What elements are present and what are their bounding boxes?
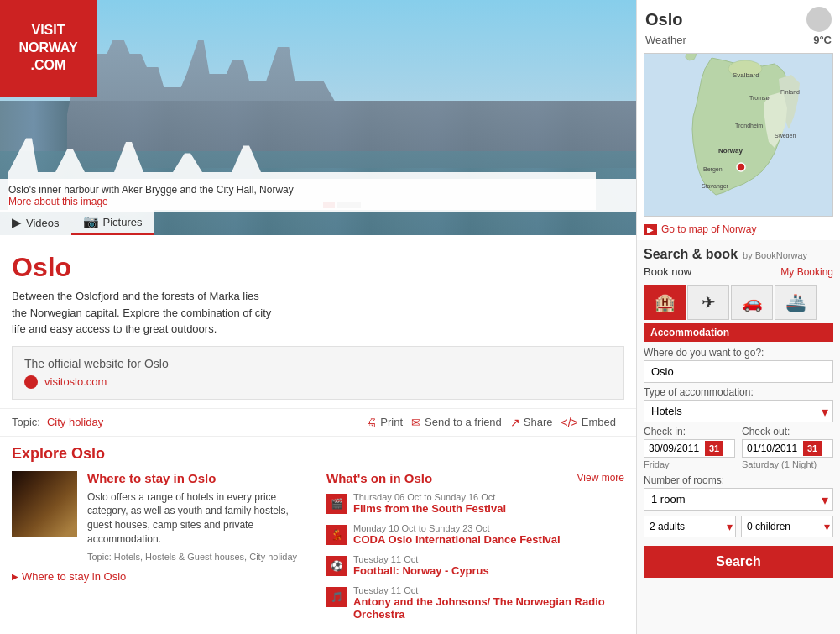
map-svg: Svalbard Tromsø Trondheim Norway Bergen … (644, 54, 833, 217)
share-btn[interactable]: ↗ Share (510, 416, 553, 429)
tab-pictures[interactable]: 📷 Pictures (71, 210, 154, 235)
svg-text:Svalbard: Svalbard (733, 71, 759, 79)
send-to-friend-btn[interactable]: ✉ Send to a friend (411, 416, 502, 429)
tab-flights[interactable]: ✈ (687, 285, 729, 320)
tab-car[interactable]: 🚗 (731, 285, 773, 320)
adults-children-row: 2 adults ▾ 0 children ▾ (644, 516, 833, 537)
tab-videos[interactable]: ▶ Videos (0, 210, 71, 235)
stay-thumbnail (12, 471, 77, 537)
actions-bar: Topic: City holiday 🖨 Print ✉ Send to a … (0, 408, 636, 437)
event-info-2: Monday 10 Oct to Sunday 23 Oct CODA Oslo… (353, 523, 624, 546)
whats-on-col: What's on in Oslo View more 🎬 Thursday 0… (326, 471, 624, 629)
page-header: Oslo Between the Oslofjord and the fores… (0, 240, 636, 346)
topic-city-holiday[interactable]: City holiday (47, 416, 103, 428)
where-to-stay-col: Where to stay in Oslo Oslo offers a rang… (12, 471, 310, 629)
stay-desc: Oslo offers a range of hotels in every p… (87, 490, 310, 547)
weather-icon (806, 7, 832, 32)
weather-label: Weather (645, 34, 686, 46)
event-info-3: Tuesday 11 Oct Football: Norway - Cyprus (353, 554, 624, 577)
explore-title: Explore Oslo (12, 445, 624, 463)
stay-info: Where to stay in Oslo Oslo offers a rang… (87, 471, 310, 562)
print-btn[interactable]: 🖨 Print (365, 416, 403, 429)
event-icon-4: 🎵 (326, 587, 347, 607)
checkin-col: Check in: 31 Friday (644, 426, 735, 469)
rooms-label: Number of rooms: (644, 474, 833, 486)
children-select[interactable]: 0 children (741, 516, 833, 537)
embed-label: Embed (582, 416, 616, 428)
tab-accommodation[interactable]: 🏨 (644, 285, 686, 320)
tab-pictures-label: Pictures (103, 216, 143, 228)
svg-text:Tromsø: Tromsø (749, 95, 770, 101)
svg-text:Norway: Norway (718, 147, 743, 155)
event-date-4: Tuesday 11 Oct (353, 585, 624, 595)
event-name-2[interactable]: CODA Oslo International Dance Festival (353, 533, 624, 546)
hero-image: VISIT NORWAY .COM Oslo's inner harbour w… (0, 0, 636, 235)
svg-text:Trondheim: Trondheim (735, 123, 763, 128)
rooms-select-wrap: 1 room ▾ (644, 488, 833, 511)
print-label: Print (380, 416, 403, 428)
video-icon: ▶ (12, 215, 22, 230)
type-select[interactable]: Hotels (644, 400, 833, 422)
print-icon: 🖨 (365, 416, 377, 429)
checkin-cal-btn[interactable]: 31 (705, 441, 723, 456)
checkout-input[interactable] (743, 440, 803, 457)
official-website-box: The official website for Oslo visitoslo.… (12, 346, 624, 400)
map-btn-arrow: ▶ (644, 224, 657, 235)
visit-norway-logo: VISIT NORWAY .COM (0, 0, 97, 97)
svg-point-2 (737, 163, 745, 171)
embed-btn[interactable]: </> Embed (561, 416, 616, 429)
send-label: Send to a friend (425, 416, 502, 428)
norway-map: Svalbard Tromsø Trondheim Norway Bergen … (644, 53, 833, 217)
event-item-4: 🎵 Tuesday 11 Oct Antony and the Johnsons… (326, 585, 624, 621)
checkin-input-wrap: 31 (644, 439, 735, 458)
stay-link-label: Where to stay in Oslo (22, 570, 126, 583)
book-now-label: Book now (644, 265, 691, 278)
search-btn[interactable]: Search (644, 546, 833, 578)
dates-row: Check in: 31 Friday Check out: 31 Saturd… (644, 426, 833, 469)
official-link[interactable]: visitoslo.com (24, 375, 612, 389)
official-url: visitoslo.com (44, 375, 107, 388)
checkin-input[interactable] (644, 440, 705, 457)
events-title-row: What's on in Oslo View more (326, 471, 624, 485)
event-name-3[interactable]: Football: Norway - Cyprus (353, 564, 624, 577)
checkout-cal-btn[interactable]: 31 (803, 441, 822, 456)
view-more-link[interactable]: View more (577, 472, 624, 484)
envelope-icon: ✉ (411, 416, 421, 429)
embed-icon: </> (561, 416, 578, 429)
hero-caption-text: Oslo's inner harbour with Aker Brygge an… (8, 184, 294, 196)
book-now-row: Book now My Booking (644, 265, 833, 278)
main-layout: Oslo Between the Oslofjord and the fores… (0, 240, 840, 634)
stay-link[interactable]: Where to stay in Oslo (12, 570, 310, 583)
stay-title: Where to stay in Oslo (87, 471, 310, 485)
where-input[interactable] (644, 360, 833, 383)
event-item-2: 💃 Monday 10 Oct to Sunday 23 Oct CODA Os… (326, 523, 624, 546)
oslo-header: Oslo Weather 9°C (637, 0, 840, 50)
official-title: The official website for Oslo (24, 357, 612, 370)
tab-boat[interactable]: 🚢 (775, 285, 817, 320)
share-icon: ↗ (510, 416, 520, 429)
svg-text:Bergen: Bergen (703, 166, 723, 173)
checkout-input-wrap: 31 (742, 439, 833, 458)
event-date-3: Tuesday 11 Oct (353, 554, 624, 564)
event-item-1: 🎬 Thursday 06 Oct to Sunday 16 Oct Films… (326, 492, 624, 515)
page-description: Between the Oslofjord and the forests of… (0, 288, 285, 346)
checkin-day: Friday (644, 459, 735, 469)
checkin-label: Check in: (644, 426, 735, 438)
rooms-select[interactable]: 1 room (644, 488, 833, 511)
checkout-day: Saturday (1 Night) (742, 459, 833, 469)
type-select-wrap: Hotels ▾ (644, 400, 833, 422)
my-booking-link[interactable]: My Booking (780, 266, 833, 278)
page-title: Oslo (0, 240, 636, 288)
share-label: Share (524, 416, 553, 428)
event-item-3: ⚽ Tuesday 11 Oct Football: Norway - Cypr… (326, 554, 624, 577)
search-book-by: by BookNorway (743, 250, 807, 260)
hero-section: VISIT NORWAY .COM Oslo's inner harbour w… (0, 0, 636, 240)
hero-more-link[interactable]: More about this image (8, 196, 628, 207)
event-name-4[interactable]: Antony and the Johnsons/ The Norwegian R… (353, 595, 624, 621)
children-select-wrap: 0 children ▾ (741, 516, 833, 537)
tab-videos-label: Videos (26, 217, 60, 229)
go-to-map-btn[interactable]: ▶ Go to map of Norway (644, 223, 833, 235)
hero-tabs: ▶ Videos 📷 Pictures (0, 210, 154, 235)
adults-select[interactable]: 2 adults (644, 516, 736, 537)
event-name-1[interactable]: Films from the South Festival (353, 502, 624, 515)
